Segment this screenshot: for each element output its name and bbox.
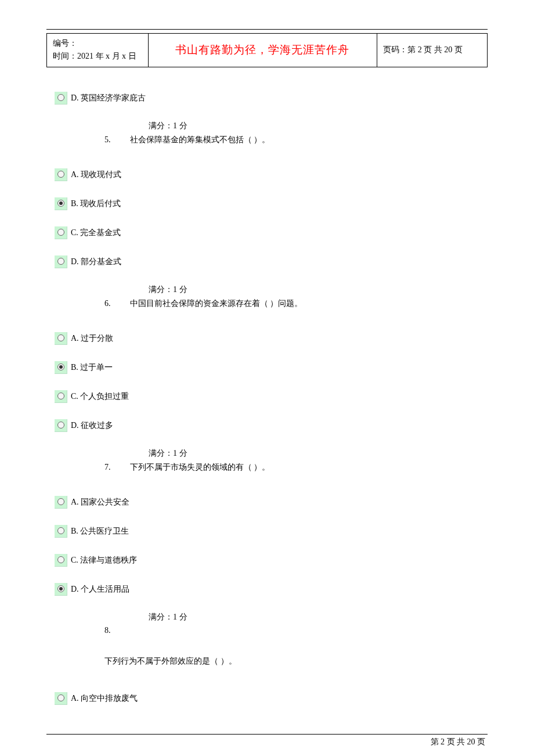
top-rule [46,29,488,30]
question-line: 7. 下列不属于市场失灵的领域的有（ ）。 [104,462,488,473]
option-label: B. 公共医疗卫生 [71,526,129,537]
question-line: 5. 社会保障基金的筹集模式不包括（ ）。 [104,135,488,145]
option-row: C. 个人负担过重 [55,390,488,403]
option-label: D. 英国经济学家庇古 [71,93,146,103]
radio-circle [57,229,64,236]
header-id-label: 编号： [53,37,142,50]
radio-icon[interactable] [55,361,67,374]
option-row: C. 完全基金式 [55,226,488,239]
option-row: A. 向空中排放废气 [55,692,488,705]
option-row: B. 公共医疗卫生 [55,525,488,538]
question-line: 6. 中国目前社会保障的资金来源存在着（ ）问题。 [104,298,488,309]
radio-circle [57,585,64,592]
radio-icon[interactable] [55,554,67,567]
option-label: D. 个人生活用品 [71,584,129,595]
option-label: D. 部分基金式 [71,257,121,267]
radio-circle [57,556,64,563]
question-number: 5. [104,135,128,145]
option-row: A. 过于分散 [55,332,488,345]
option-row: B. 过于单一 [55,361,488,374]
option-row: D. 征收过多 [55,419,488,432]
page-container: 编号： 时间：2021 年 x 月 x 日 书山有路勤为径，学海无涯苦作舟 页码… [0,0,534,756]
question-text: 社会保障基金的筹集模式不包括（ ）。 [130,135,270,144]
score-line: 满分：1 分 [149,448,488,459]
radio-circle [57,694,64,701]
question-number: 6. [104,299,128,308]
radio-circle [57,363,64,370]
question-text: 中国目前社会保障的资金来源存在着（ ）问题。 [130,299,303,308]
radio-circle [57,498,64,505]
radio-circle [57,94,64,101]
score-line: 满分：1 分 [149,121,488,131]
option-label: C. 法律与道德秩序 [71,555,137,566]
footer-rule [46,734,488,735]
option-row: D. 部分基金式 [55,255,488,268]
option-row: A. 现收现付式 [55,168,488,181]
option-label: C. 个人负担过重 [71,391,129,402]
score-line: 满分：1 分 [149,612,488,622]
radio-circle [57,258,64,265]
radio-icon[interactable] [55,419,67,432]
option-label: D. 征收过多 [71,420,113,431]
question-text: 下列不属于市场失灵的领域的有（ ）。 [130,463,270,471]
option-row: C. 法律与道德秩序 [55,554,488,567]
option-label: B. 现收后付式 [71,199,121,209]
option-row: D. 英国经济学家庇古 [55,92,488,105]
question-number: 8. [104,626,128,635]
option-row: A. 国家公共安全 [55,496,488,509]
option-label: A. 现收现付式 [71,170,121,180]
footer-page-info: 第 2 页 共 20 页 [46,737,488,747]
radio-icon[interactable] [55,168,67,181]
radio-circle [57,334,64,341]
header-cell-left: 编号： 时间：2021 年 x 月 x 日 [47,34,149,67]
option-label: A. 过于分散 [71,333,113,344]
score-line: 满分：1 分 [149,285,488,295]
header-cell-right: 页码：第 2 页 共 20 页 [377,34,488,67]
radio-circle [57,422,64,429]
radio-icon[interactable] [55,92,67,105]
radio-icon[interactable] [55,197,67,210]
question-text: 下列行为不属于外部效应的是（ ）。 [104,656,488,667]
option-row: B. 现收后付式 [55,197,488,210]
radio-icon[interactable] [55,390,67,403]
radio-icon[interactable] [55,226,67,239]
radio-icon[interactable] [55,496,67,509]
radio-icon[interactable] [55,332,67,345]
header-cell-center: 书山有路勤为径，学海无涯苦作舟 [148,34,377,67]
question-line: 8. [104,626,488,635]
radio-icon[interactable] [55,525,67,538]
radio-icon[interactable] [55,255,67,268]
option-label: B. 过于单一 [71,362,113,373]
radio-circle [57,171,64,178]
radio-icon[interactable] [55,692,67,705]
header-time-label: 时间：2021 年 x 月 x 日 [53,50,142,63]
option-row: D. 个人生活用品 [55,583,488,596]
radio-circle [57,393,64,399]
radio-icon[interactable] [55,583,67,596]
radio-circle [57,200,64,207]
option-label: A. 国家公共安全 [71,497,129,507]
option-label: A. 向空中排放废气 [71,693,138,704]
radio-circle [57,527,64,534]
question-number: 7. [104,463,128,472]
option-label: C. 完全基金式 [71,228,121,238]
header-table: 编号： 时间：2021 年 x 月 x 日 书山有路勤为径，学海无涯苦作舟 页码… [46,33,488,67]
